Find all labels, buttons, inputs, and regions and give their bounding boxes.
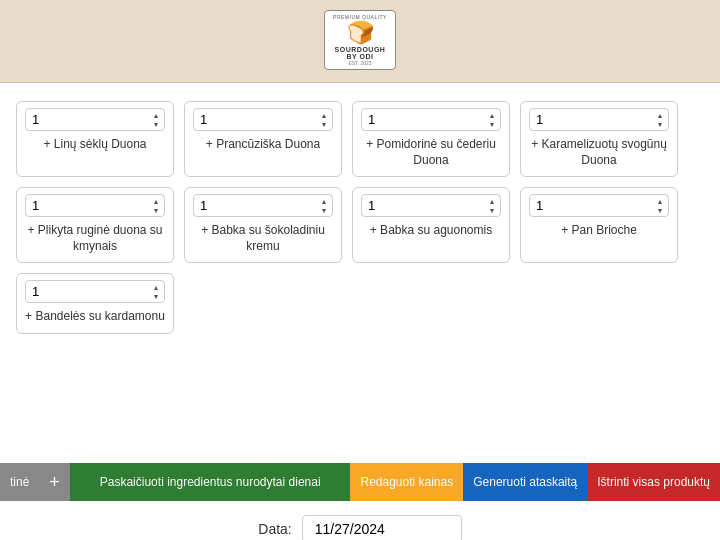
spinner-down[interactable]: ▼ bbox=[653, 206, 667, 215]
product-label: + Pan Brioche bbox=[561, 223, 637, 239]
product-card: ▲ ▼ + Plikyta ruginė duona su kmynais bbox=[16, 187, 174, 263]
product-label: + Pomidorinė su čederiu Duona bbox=[361, 137, 501, 168]
header: PREMIUM QUALITY 🍞 SOURDOUGH BY ODI EST. … bbox=[0, 0, 720, 83]
product-label: + Babka su aguonomis bbox=[370, 223, 492, 239]
quantity-wrapper: ▲ ▼ bbox=[25, 108, 165, 131]
quantity-input[interactable] bbox=[25, 108, 165, 131]
spinner-up[interactable]: ▲ bbox=[149, 283, 163, 292]
spinner-down[interactable]: ▼ bbox=[149, 120, 163, 129]
product-card: ▲ ▼ + Babka su aguonomis bbox=[352, 187, 510, 263]
spinner: ▲ ▼ bbox=[149, 283, 163, 301]
quantity-wrapper: ▲ ▼ bbox=[361, 108, 501, 131]
quantity-wrapper: ▲ ▼ bbox=[529, 108, 669, 131]
spinner-down[interactable]: ▼ bbox=[653, 120, 667, 129]
quantity-wrapper: ▲ ▼ bbox=[193, 108, 333, 131]
spinner-up[interactable]: ▲ bbox=[653, 197, 667, 206]
toolbar-add-button[interactable]: + bbox=[39, 463, 70, 501]
product-label: + Bandelės su kardamonu bbox=[25, 309, 165, 325]
product-label: + Babka su šokoladiniu kremu bbox=[193, 223, 333, 254]
spinner: ▲ ▼ bbox=[485, 197, 499, 215]
spinner-down[interactable]: ▼ bbox=[149, 292, 163, 301]
product-card: ▲ ▼ + Pan Brioche bbox=[520, 187, 678, 263]
product-card: ▲ ▼ + Babka su šokoladiniu kremu bbox=[184, 187, 342, 263]
product-grid: ▲ ▼ + Linų sėklų Duona ▲ ▼ + Prancūziška… bbox=[16, 101, 704, 334]
toolbar-generate-report-button[interactable]: Generuoti ataskaitą bbox=[463, 463, 587, 501]
spinner: ▲ ▼ bbox=[485, 111, 499, 129]
spinner: ▲ ▼ bbox=[317, 111, 331, 129]
quantity-input[interactable] bbox=[529, 108, 669, 131]
spinner: ▲ ▼ bbox=[653, 197, 667, 215]
toolbar-suffix: tinė bbox=[0, 463, 39, 501]
toolbar-delete-all-button[interactable]: Ištrinti visas produktų bbox=[587, 463, 720, 501]
bottom-toolbar: tinė + Paskaičiuoti ingredientus nurodyt… bbox=[0, 463, 720, 501]
spinner: ▲ ▼ bbox=[317, 197, 331, 215]
main-content: ▲ ▼ + Linų sėklų Duona ▲ ▼ + Prancūziška… bbox=[0, 83, 720, 463]
date-input[interactable] bbox=[302, 515, 462, 540]
quantity-input[interactable] bbox=[361, 108, 501, 131]
quantity-input[interactable] bbox=[193, 108, 333, 131]
logo-icon: 🍞 bbox=[347, 22, 374, 44]
product-card: ▲ ▼ + Pomidorinė su čederiu Duona bbox=[352, 101, 510, 177]
date-label: Data: bbox=[258, 521, 291, 537]
spinner: ▲ ▼ bbox=[653, 111, 667, 129]
product-label: + Karamelizuotų svogūnų Duona bbox=[529, 137, 669, 168]
quantity-input[interactable] bbox=[25, 194, 165, 217]
spinner-up[interactable]: ▲ bbox=[485, 197, 499, 206]
quantity-wrapper: ▲ ▼ bbox=[361, 194, 501, 217]
logo-brand: SOURDOUGH BY ODI bbox=[329, 46, 391, 60]
product-card: ▲ ▼ + Karamelizuotų svogūnų Duona bbox=[520, 101, 678, 177]
quantity-input[interactable] bbox=[529, 194, 669, 217]
spinner-down[interactable]: ▼ bbox=[485, 120, 499, 129]
product-label: + Plikyta ruginė duona su kmynais bbox=[25, 223, 165, 254]
spinner-down[interactable]: ▼ bbox=[485, 206, 499, 215]
quantity-input[interactable] bbox=[193, 194, 333, 217]
product-label: + Linų sėklų Duona bbox=[43, 137, 146, 153]
spinner-up[interactable]: ▲ bbox=[317, 111, 331, 120]
quantity-wrapper: ▲ ▼ bbox=[193, 194, 333, 217]
spinner-down[interactable]: ▼ bbox=[317, 206, 331, 215]
product-card: ▲ ▼ + Prancūziška Duona bbox=[184, 101, 342, 177]
product-card: ▲ ▼ + Bandelės su kardamonu bbox=[16, 273, 174, 334]
quantity-input[interactable] bbox=[25, 280, 165, 303]
logo-box: PREMIUM QUALITY 🍞 SOURDOUGH BY ODI EST. … bbox=[324, 10, 396, 70]
product-card: ▲ ▼ + Linų sėklų Duona bbox=[16, 101, 174, 177]
product-label: + Prancūziška Duona bbox=[206, 137, 320, 153]
spinner-up[interactable]: ▲ bbox=[149, 197, 163, 206]
spinner-down[interactable]: ▼ bbox=[149, 206, 163, 215]
logo-container: PREMIUM QUALITY 🍞 SOURDOUGH BY ODI EST. … bbox=[324, 10, 396, 70]
spinner-up[interactable]: ▲ bbox=[653, 111, 667, 120]
spinner-up[interactable]: ▲ bbox=[149, 111, 163, 120]
logo-est: EST. 2023 bbox=[348, 60, 371, 66]
quantity-input[interactable] bbox=[361, 194, 501, 217]
quantity-wrapper: ▲ ▼ bbox=[25, 280, 165, 303]
spinner: ▲ ▼ bbox=[149, 111, 163, 129]
spinner: ▲ ▼ bbox=[149, 197, 163, 215]
quantity-wrapper: ▲ ▼ bbox=[25, 194, 165, 217]
spinner-up[interactable]: ▲ bbox=[485, 111, 499, 120]
toolbar-edit-prices-button[interactable]: Redaguoti kainas bbox=[350, 463, 463, 501]
date-row: Data: bbox=[0, 501, 720, 540]
quantity-wrapper: ▲ ▼ bbox=[529, 194, 669, 217]
toolbar-calculate-button[interactable]: Paskaičiuoti ingredientus nurodytai dien… bbox=[70, 463, 351, 501]
spinner-down[interactable]: ▼ bbox=[317, 120, 331, 129]
spinner-up[interactable]: ▲ bbox=[317, 197, 331, 206]
